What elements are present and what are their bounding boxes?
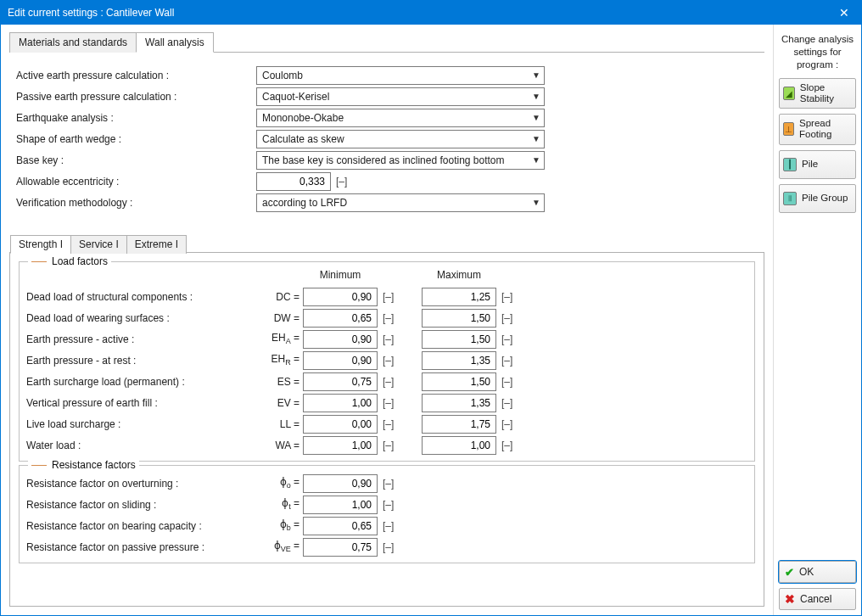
check-icon: ✔ <box>785 566 794 579</box>
program-pile[interactable]: ┃ Pile <box>779 150 856 179</box>
input-phi-t[interactable] <box>303 496 378 514</box>
select-passive-ep[interactable]: Caquot-Kerisel▼ <box>256 87 545 106</box>
close-button[interactable]: ✕ <box>827 1 861 25</box>
slope-icon: ◢ <box>783 87 795 100</box>
sub-tabstrip: Strength I Service I Extreme I <box>10 234 764 253</box>
input-eccentricity[interactable] <box>256 172 331 191</box>
input-dc-min[interactable] <box>303 288 378 306</box>
input-dw-max[interactable] <box>422 309 496 328</box>
input-ll-max[interactable] <box>422 415 496 434</box>
row-ll: Live load surcharge : LL = [–] [–] <box>26 413 747 434</box>
input-eha-min[interactable] <box>303 330 378 349</box>
label-eccentricity: Allowable eccentricity : <box>16 176 256 188</box>
row-phi-t: Resistance factor on sliding : ϕt = [–] <box>26 494 747 515</box>
cancel-button[interactable]: ✖ Cancel <box>779 588 856 610</box>
header-maximum: Maximum <box>400 269 518 286</box>
input-phi-o[interactable] <box>303 474 378 493</box>
tab-materials[interactable]: Materials and standards <box>9 32 137 53</box>
pile-group-icon: ⦀ <box>783 192 797 205</box>
row-phi-o: Resistance factor on overturning : ϕo = … <box>26 473 747 494</box>
label-verification: Verification methodology : <box>16 197 256 209</box>
chevron-down-icon: ▼ <box>532 113 540 122</box>
row-phi-b: Resistance factor on bearing capacity : … <box>26 515 747 536</box>
row-wa: Water load : WA = [–] [–] <box>26 434 747 456</box>
fieldset-load-factors: Load factors Minimum Maximum Dead load o… <box>19 261 755 462</box>
chevron-down-icon: ▼ <box>532 198 540 207</box>
pile-icon: ┃ <box>783 158 797 171</box>
tab-wall-analysis[interactable]: Wall analysis <box>136 32 214 53</box>
input-eha-max[interactable] <box>422 330 496 349</box>
program-pile-group[interactable]: ⦀ Pile Group <box>779 184 856 213</box>
row-dc: Dead load of structural components : DC … <box>26 286 747 307</box>
dialog-window: Edit current settings : Cantilever Wall … <box>0 0 862 616</box>
label-active-ep: Active earth pressure calculation : <box>16 70 256 81</box>
input-es-max[interactable] <box>422 372 496 391</box>
row-eha: Earth pressure - active : EHA = [–] [–] <box>26 328 747 350</box>
row-dw: Dead load of wearing surfaces : DW = [–]… <box>26 307 747 328</box>
window-title: Edit current settings : Cantilever Wall <box>8 7 174 19</box>
legend-resistance: Resistance factors <box>28 459 139 471</box>
select-active-ep[interactable]: Coulomb▼ <box>256 66 545 85</box>
chevron-down-icon: ▼ <box>532 70 540 80</box>
program-slope-stability[interactable]: ◢ Slope Stability <box>779 78 856 109</box>
tab-strength-i[interactable]: Strength I <box>10 235 71 254</box>
sidebar: Change analysis settings for program : ◢… <box>773 25 861 615</box>
label-passive-ep: Passive earth pressure calculation : <box>16 91 256 103</box>
sidebar-heading: Change analysis settings for program : <box>779 33 856 71</box>
fieldset-resistance-factors: Resistance factors Resistance factor on … <box>19 465 755 563</box>
row-ehr: Earth pressure - at rest : EHR = [–] [–] <box>26 350 747 371</box>
select-verification[interactable]: according to LRFD▼ <box>256 193 545 212</box>
label-base-key: Base key : <box>16 154 256 166</box>
tab-extreme-i[interactable]: Extreme I <box>126 235 187 254</box>
title-bar: Edit current settings : Cantilever Wall … <box>1 1 861 25</box>
input-ev-min[interactable] <box>303 394 378 412</box>
input-ev-max[interactable] <box>422 394 496 412</box>
chevron-down-icon: ▼ <box>532 134 540 143</box>
chevron-down-icon: ▼ <box>532 92 540 101</box>
select-shape-wedge[interactable]: Calculate as skew▼ <box>256 130 545 148</box>
input-wa-min[interactable] <box>303 436 378 455</box>
label-earthquake: Earthquake analysis : <box>16 112 256 124</box>
input-phi-ve[interactable] <box>303 538 378 557</box>
input-dw-min[interactable] <box>303 309 378 328</box>
tab-service-i[interactable]: Service I <box>70 235 127 254</box>
header-minimum: Minimum <box>281 269 400 286</box>
spread-footing-icon: ⊥ <box>783 122 794 136</box>
ok-button[interactable]: ✔ OK <box>779 561 856 583</box>
select-base-key[interactable]: The base key is considered as inclined f… <box>256 151 545 170</box>
chevron-down-icon: ▼ <box>532 155 540 165</box>
input-es-min[interactable] <box>303 372 378 391</box>
main-tabstrip: Materials and standards Wall analysis <box>9 31 764 53</box>
label-shape-wedge: Shape of earth wedge : <box>16 133 256 145</box>
input-wa-max[interactable] <box>422 436 496 455</box>
row-phi-ve: Resistance factor on passive pressure : … <box>26 536 747 557</box>
x-icon: ✖ <box>785 592 795 606</box>
input-phi-b[interactable] <box>303 517 378 535</box>
input-ehr-max[interactable] <box>422 351 496 370</box>
select-earthquake[interactable]: Mononobe-Okabe▼ <box>256 109 545 127</box>
program-spread-footing[interactable]: ⊥ Spread Footing <box>779 114 856 144</box>
input-ehr-min[interactable] <box>303 351 378 370</box>
row-ev: Vertical pressure of earth fill : EV = [… <box>26 392 747 413</box>
input-ll-min[interactable] <box>303 415 378 434</box>
row-es: Earth surcharge load (permanent) : ES = … <box>26 371 747 392</box>
input-dc-max[interactable] <box>422 288 496 306</box>
unit-ecc: [–] <box>336 176 351 188</box>
legend-load-factors: Load factors <box>28 255 111 267</box>
